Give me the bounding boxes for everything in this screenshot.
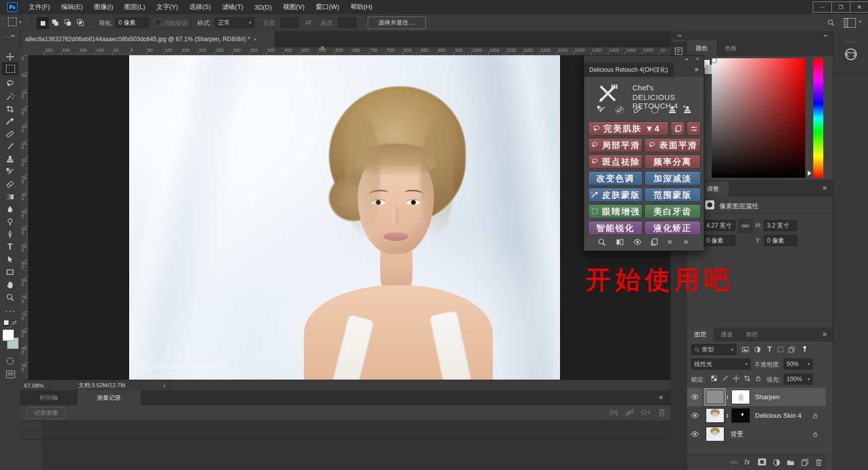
- eyedropper-tool[interactable]: [6, 117, 15, 126]
- width-input[interactable]: [280, 18, 298, 28]
- crop-tool[interactable]: [6, 104, 15, 113]
- delete-measurements-icon[interactable]: [657, 408, 667, 417]
- link-dimensions-button[interactable]: [738, 219, 752, 233]
- gradient-tool[interactable]: [6, 192, 15, 201]
- select-and-mask-button[interactable]: 选择并遮住 ...: [368, 17, 426, 29]
- next-page-icon[interactable]: [684, 237, 688, 246]
- chevron-down-icon[interactable]: [859, 19, 861, 24]
- tab-layers[interactable]: 图层: [687, 327, 713, 341]
- filter-shape-layers-icon[interactable]: [777, 345, 785, 354]
- selection-mode-new[interactable]: [37, 17, 49, 29]
- dock-expand-icon[interactable]: [824, 33, 828, 38]
- ruler-corner[interactable]: [20, 47, 29, 56]
- pen-tool[interactable]: [6, 230, 15, 239]
- new-layer-icon[interactable]: [800, 458, 809, 467]
- layer-row-delicious-skin-4[interactable]: Delicious Skin 4: [687, 406, 826, 425]
- layer-name[interactable]: Delicious Skin 4: [755, 412, 802, 419]
- type-tool[interactable]: T: [6, 243, 15, 252]
- antialias-checkbox[interactable]: [155, 19, 161, 26]
- whiten-teeth-button[interactable]: 美白牙齿: [644, 204, 701, 218]
- edit-toolbar-button[interactable]: [6, 306, 15, 315]
- menu-item-type[interactable]: 文字(Y): [151, 0, 183, 14]
- panel-menu-icon[interactable]: [823, 330, 827, 338]
- brush-tool[interactable]: [6, 142, 15, 151]
- blur-tool[interactable]: [6, 205, 15, 214]
- healing-dashed-icon[interactable]: [615, 105, 624, 114]
- layer-row-sharpen[interactable]: Sharpen: [687, 388, 826, 407]
- lock-position-icon[interactable]: [732, 375, 740, 382]
- window-minimize-button[interactable]: [813, 2, 832, 13]
- mixer-brush-icon[interactable]: [596, 105, 606, 114]
- tool-preset-picker[interactable]: [8, 18, 22, 26]
- change-tone-button[interactable]: 改变色调: [588, 171, 642, 185]
- menu-item-help[interactable]: 帮助(H): [345, 0, 378, 14]
- color-saturation-field[interactable]: [712, 58, 805, 178]
- filter-smart-objects-icon[interactable]: [788, 345, 796, 354]
- skin-mask-button[interactable]: 皮肤蒙版: [588, 188, 642, 202]
- height-value-field[interactable]: 3.2 英寸: [764, 220, 797, 231]
- menu-item-3d[interactable]: 3D(D): [249, 0, 277, 14]
- rectangle-tool[interactable]: [6, 268, 15, 277]
- add-mask-icon[interactable]: [758, 458, 766, 465]
- rectangular-marquee-tool[interactable]: [2, 62, 18, 75]
- opacity-input[interactable]: 50%: [784, 359, 813, 370]
- frequency-separation-button[interactable]: 频率分离: [644, 155, 701, 169]
- settings-button[interactable]: [687, 122, 701, 136]
- layer-name[interactable]: 背景: [730, 430, 743, 439]
- hue-slider-marker[interactable]: [808, 171, 811, 176]
- blend-mode-select[interactable]: 线性光: [691, 359, 750, 370]
- hand-tool[interactable]: [6, 280, 15, 289]
- layer-thumbnail[interactable]: [706, 408, 724, 423]
- select-measurement-icon[interactable]: [609, 408, 618, 417]
- layer-thumbnail[interactable]: [706, 390, 724, 404]
- style-select[interactable]: 正常: [215, 18, 254, 28]
- panel-menu-icon[interactable]: [695, 66, 699, 73]
- deselect-measurement-icon[interactable]: [625, 408, 634, 417]
- clone-stamp-icon[interactable]: [668, 105, 677, 114]
- y-value-field[interactable]: 0 像素: [764, 235, 797, 246]
- zoom-tool[interactable]: [6, 293, 15, 302]
- default-colors-icon[interactable]: [4, 320, 9, 325]
- smart-sharpen-button[interactable]: 智能锐化: [588, 221, 642, 235]
- spot-healing-tool[interactable]: [6, 130, 15, 139]
- preview-eye-icon[interactable]: [633, 238, 642, 247]
- menu-item-file[interactable]: 文件(F): [23, 0, 56, 14]
- range-mask-button[interactable]: 范围蒙版: [644, 188, 701, 202]
- spot-removal-button[interactable]: 斑点祛除: [588, 155, 642, 169]
- screen-mode-button[interactable]: [6, 371, 15, 378]
- eye-enhance-button[interactable]: 眼睛增强: [588, 204, 642, 218]
- status-expander-icon[interactable]: [163, 382, 165, 389]
- filter-pixel-layers-icon[interactable]: [741, 345, 749, 354]
- photo-document[interactable]: 图虫创意 stock.tuchong.com: [129, 55, 560, 380]
- menu-item-image[interactable]: 图像(I): [88, 0, 119, 14]
- foreground-color-swatch[interactable]: [3, 329, 14, 341]
- canvas-viewport[interactable]: 图虫创意 stock.tuchong.com: [28, 55, 671, 380]
- selection-mode-intersect[interactable]: [75, 17, 86, 28]
- options-grip[interactable]: [2, 18, 3, 27]
- layer-mask-thumbnail[interactable]: [731, 390, 750, 404]
- lock-artboard-icon[interactable]: [743, 375, 751, 382]
- pattern-stamp-icon[interactable]: [683, 105, 692, 114]
- width-value-field[interactable]: 4.27 英寸: [703, 220, 735, 231]
- tab-close-icon[interactable]: ✕: [253, 37, 257, 42]
- layer-thumbnail[interactable]: [706, 427, 724, 441]
- link-layers-icon[interactable]: [729, 458, 738, 467]
- window-close-button[interactable]: [850, 2, 868, 13]
- selection-mode-add[interactable]: [50, 17, 61, 28]
- height-input[interactable]: [338, 18, 356, 28]
- previous-page-icon[interactable]: [668, 237, 672, 246]
- menu-item-select[interactable]: 选择(S): [183, 0, 216, 14]
- document-tab[interactable]: a8ec8a13632762d06ab8144aaaec08fa503dc645…: [21, 31, 275, 47]
- zoom-icon[interactable]: [597, 238, 606, 247]
- selection-mode-subtract[interactable]: [62, 17, 73, 28]
- tab-channels[interactable]: 通道: [714, 327, 739, 341]
- panel-grip[interactable]: [844, 41, 857, 43]
- panel-collapse-icon[interactable]: [685, 57, 688, 61]
- swap-colors-icon[interactable]: [12, 319, 17, 326]
- layer-filter-select[interactable]: 类型: [691, 344, 736, 355]
- duplicate-icon[interactable]: [649, 238, 659, 247]
- filter-adjustment-layers-icon[interactable]: [753, 345, 762, 354]
- delete-layer-icon[interactable]: [814, 458, 823, 467]
- layer-name[interactable]: Sharpen: [755, 393, 780, 401]
- panel-menu-icon[interactable]: [320, 44, 324, 52]
